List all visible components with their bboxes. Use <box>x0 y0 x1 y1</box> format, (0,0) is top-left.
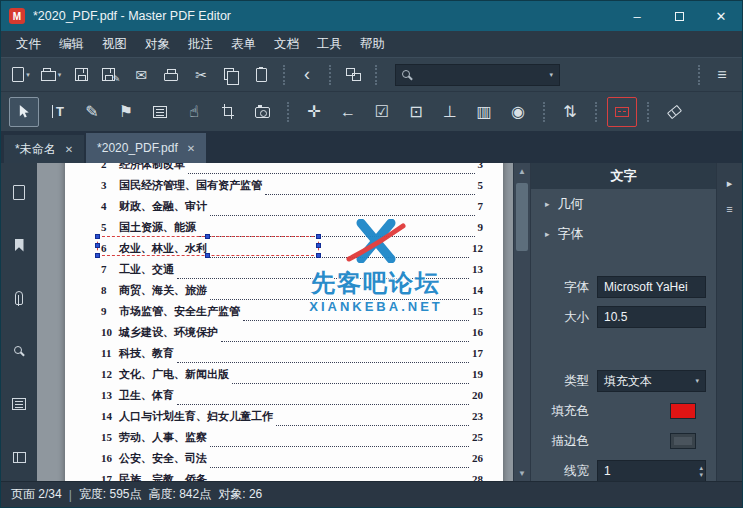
scrollbar-thumb[interactable] <box>516 183 528 251</box>
close-button[interactable]: ✕ <box>700 1 742 31</box>
toc-row[interactable]: 13 卫生、体育 20 <box>101 384 483 405</box>
resize-handle[interactable] <box>316 243 321 248</box>
hand-tool-button[interactable]: ☝ <box>179 97 209 127</box>
radio-button-tool-button[interactable]: ◉ <box>503 97 533 127</box>
selection-box[interactable] <box>97 236 319 256</box>
menu-item[interactable]: 文档 <box>265 31 308 57</box>
resize-handle[interactable] <box>205 253 210 258</box>
document-tab[interactable]: *未命名 ✕ <box>4 135 84 163</box>
search-input[interactable] <box>419 67 543 83</box>
pointer-tool-button[interactable] <box>9 97 39 127</box>
pdf-page[interactable]: 2 经济体制改革 3 3 国民经济管理、国有资产监管 5 <box>65 163 503 481</box>
menu-item[interactable]: 对象 <box>136 31 179 57</box>
scroll-up-button[interactable]: ▲ <box>514 163 530 179</box>
font-size-input[interactable] <box>597 306 706 328</box>
toolbar-drag-handle[interactable] <box>543 102 545 122</box>
properties-button[interactable] <box>8 446 30 468</box>
print-button[interactable] <box>157 62 185 88</box>
back-button[interactable]: ‹ <box>293 62 321 88</box>
vertical-scrollbar[interactable]: ▲ ▼ <box>513 163 530 481</box>
toc-row[interactable]: 3 国民经济管理、国有资产监管 5 <box>101 174 483 195</box>
search-box[interactable]: ▾ <box>395 64 560 86</box>
type-select[interactable]: 填充文本 ▾ <box>597 370 706 392</box>
crop-tool-button[interactable] <box>213 97 243 127</box>
menu-item[interactable]: 批注 <box>179 31 222 57</box>
toolbar-drag-handle[interactable] <box>595 102 597 122</box>
panel-menu-button[interactable]: ≡ <box>721 201 739 217</box>
attachments-button[interactable] <box>8 287 30 309</box>
toc-row[interactable]: 16 公安、安全、司法 26 <box>101 447 483 468</box>
edit-text-tool-button[interactable]: ✎ <box>77 97 107 127</box>
resize-handle[interactable] <box>95 234 100 239</box>
text-select-tool-button[interactable]: T <box>43 97 73 127</box>
email-button[interactable]: ✉ <box>127 62 155 88</box>
toolbar-drag-handle[interactable] <box>375 65 377 85</box>
bookmarks-button[interactable] <box>8 234 30 256</box>
menu-item[interactable]: 文件 <box>7 31 50 57</box>
highlight-tool-button[interactable] <box>607 97 637 127</box>
toc-row[interactable]: 4 财政、金融、审计 7 <box>101 195 483 216</box>
maximize-button[interactable] <box>658 1 700 31</box>
stroke-color-swatch[interactable] <box>670 433 696 449</box>
facing-pages-tool-button[interactable]: ▥ <box>469 97 499 127</box>
resize-handle[interactable] <box>95 253 100 258</box>
snapshot-tool-button[interactable] <box>247 97 277 127</box>
resize-handle[interactable] <box>316 253 321 258</box>
menu-item[interactable]: 视图 <box>93 31 136 57</box>
line-width-input[interactable]: 1 ▴▾ <box>597 460 706 481</box>
menu-item[interactable]: 编辑 <box>50 31 93 57</box>
cut-button[interactable]: ✂ <box>187 62 215 88</box>
save-button[interactable] <box>67 62 95 88</box>
toc-row[interactable]: 17 民族、宗教、侨务 28 <box>101 468 483 481</box>
toc-row[interactable]: 15 劳动、人事、监察 25 <box>101 426 483 447</box>
search-panel-button[interactable] <box>8 340 30 362</box>
toolbar-drag-handle[interactable] <box>287 102 289 122</box>
previous-view-tool-button[interactable]: ← <box>333 97 363 127</box>
save-as-button[interactable]: ✎ <box>97 62 125 88</box>
section-geometry[interactable]: ▸ 几何 <box>531 189 716 219</box>
main-menu-button[interactable]: ≡ <box>708 62 736 88</box>
arrange-tool-button[interactable]: ⇅ <box>555 97 585 127</box>
measure-tool-button[interactable]: ⊥ <box>435 97 465 127</box>
font-family-input[interactable] <box>597 276 706 298</box>
text-field-tool-button[interactable]: ⊡ <box>401 97 431 127</box>
resize-handle[interactable] <box>205 234 210 239</box>
tab-close-icon[interactable]: ✕ <box>65 144 73 155</box>
toc-row[interactable]: 10 城乡建设、环境保护 16 <box>101 321 483 342</box>
eraser-tool-button[interactable] <box>659 97 689 127</box>
toc-row[interactable]: 14 人口与计划生育、妇女儿童工作 23 <box>101 405 483 426</box>
toolbar-drag-handle[interactable] <box>647 102 649 122</box>
thumbnails-button[interactable] <box>8 181 30 203</box>
note-tool-button[interactable]: ✛ <box>299 97 329 127</box>
transform-button[interactable] <box>339 62 367 88</box>
document-tab[interactable]: *2020_PDF.pdf ✕ <box>86 133 206 163</box>
toc-row[interactable]: 2 经济体制改革 3 <box>101 163 483 174</box>
collapse-panel-button[interactable]: ▸ <box>721 175 739 191</box>
scroll-down-button[interactable]: ▼ <box>514 465 530 481</box>
paste-button[interactable] <box>247 62 275 88</box>
spin-up-icon[interactable]: ▴ <box>699 464 703 471</box>
toolbar-drag-handle[interactable] <box>698 65 700 85</box>
resize-handle[interactable] <box>316 234 321 239</box>
toolbar-drag-handle[interactable] <box>329 65 331 85</box>
select-object-tool-button[interactable]: ⚑ <box>111 97 141 127</box>
toc-row[interactable]: 11 科技、教育 17 <box>101 342 483 363</box>
toc-row[interactable]: 12 文化、广电、新闻出版 19 <box>101 363 483 384</box>
copy-button[interactable] <box>217 62 245 88</box>
menu-item[interactable]: 工具 <box>308 31 351 57</box>
minimize-button[interactable]: – <box>616 1 658 31</box>
spinner[interactable]: ▴▾ <box>699 464 703 478</box>
checkbox-tool-button[interactable]: ☑ <box>367 97 397 127</box>
section-font[interactable]: ▸ 字体 <box>531 219 716 249</box>
menu-item[interactable]: 表单 <box>222 31 265 57</box>
resize-handle[interactable] <box>95 243 100 248</box>
fill-color-swatch[interactable] <box>670 403 696 419</box>
open-file-button[interactable]: ▾ <box>37 62 65 88</box>
new-document-button[interactable]: ▾ <box>7 62 35 88</box>
spin-down-icon[interactable]: ▾ <box>699 471 703 478</box>
toolbar-drag-handle[interactable] <box>283 65 285 85</box>
document-area[interactable]: 2 经济体制改革 3 3 国民经济管理、国有资产监管 5 <box>37 163 530 481</box>
form-fields-button[interactable] <box>8 393 30 415</box>
search-dropdown-icon[interactable]: ▾ <box>549 71 553 79</box>
tab-close-icon[interactable]: ✕ <box>187 143 195 154</box>
